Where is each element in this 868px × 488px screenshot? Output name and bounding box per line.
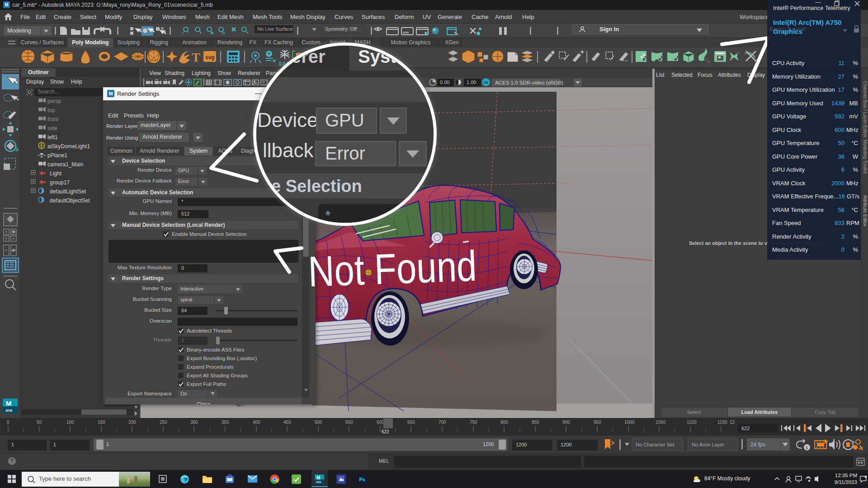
svg-text:50: 50 [37,420,42,425]
svg-text:1150: 1150 [717,420,727,425]
svg-text:900: 900 [562,420,570,425]
svg-text:No Character Set: No Character Set [636,442,674,447]
svg-text:defaultLightSet: defaultLightSet [50,188,86,195]
svg-text:1050: 1050 [656,420,666,425]
svg-text:Light: Light [50,170,62,177]
svg-text:AYA: AYA [316,481,321,483]
svg-text:group17: group17 [50,179,70,186]
svg-text:12: 12 [730,420,735,425]
svg-text:side: side [47,125,57,131]
svg-text:front: front [47,116,59,122]
svg-text:T: T [192,50,200,64]
svg-text:300: 300 [190,420,198,425]
svg-text:0.00: 0.00 [440,80,449,85]
svg-text:500: 500 [315,420,322,425]
svg-text:1: 1 [806,446,808,450]
svg-text:950: 950 [594,420,601,425]
svg-text:750: 750 [470,420,477,425]
svg-text:850: 850 [532,420,539,425]
svg-text:M: M [6,399,12,407]
svg-text:622: 622 [741,426,750,431]
svg-text:pPlane1: pPlane1 [47,152,67,159]
svg-text:400: 400 [253,420,260,425]
svg-text:24 fps: 24 fps [750,441,765,448]
svg-text:svg: svg [205,54,215,61]
svg-text:250: 250 [160,420,167,425]
svg-text:ON: ON [483,81,488,84]
svg-text:M: M [316,475,320,480]
svg-text:IPR: IPR [403,31,409,35]
svg-text:650: 650 [407,420,415,425]
svg-text:150: 150 [98,420,105,425]
svg-text:700: 700 [439,420,446,425]
svg-text:1.00: 1.00 [467,80,476,85]
svg-text:persp: persp [47,98,61,104]
svg-text:450: 450 [283,420,291,425]
svg-text:ACES 1.0 SDR-video (sRGB): ACES 1.0 SDR-video (sRGB) [495,80,563,85]
svg-text:0: 0 [7,420,9,425]
svg-text:defaultObjectSet: defaultObjectSet [50,197,90,204]
svg-text:1100: 1100 [687,420,697,425]
svg-text:No Anim Layer: No Anim Layer [692,442,724,447]
svg-text:left1: left1 [47,134,58,141]
svg-text:550: 550 [345,420,353,425]
svg-text:T: T [262,80,265,85]
svg-text:camera1_Main: camera1_Main [47,161,83,168]
svg-text:200: 200 [128,420,136,425]
svg-text:350: 350 [222,420,229,425]
svg-text:600: 600 [377,420,384,425]
svg-text:800: 800 [500,420,508,425]
svg-text:1000: 1000 [624,420,635,425]
svg-text:100: 100 [66,420,74,425]
svg-text:622: 622 [382,429,389,434]
svg-text:top: top [47,107,55,113]
svg-text:Ps: Ps [359,477,365,482]
svg-text:AYA: AYA [5,408,13,413]
svg-text:aiSkyDomeLight1: aiSkyDomeLight1 [47,143,90,150]
